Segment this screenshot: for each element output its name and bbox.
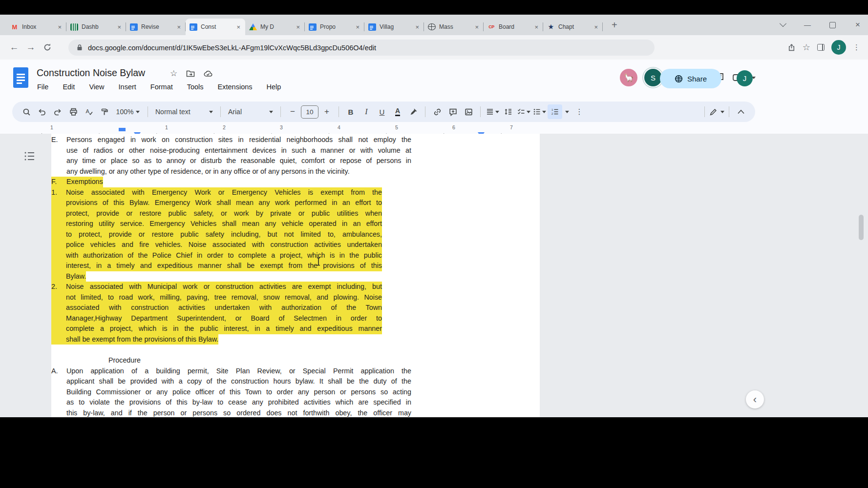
font-size-input[interactable]: 10 [301, 105, 318, 119]
doc-line[interactable]: shall be exempt from the provisions of t… [66, 334, 218, 345]
tab-close-icon[interactable]: × [355, 24, 360, 30]
undo-icon[interactable] [35, 104, 49, 119]
doc-line[interactable]: restoring utility service. Emergency Veh… [66, 219, 382, 229]
menu-item[interactable]: Insert [117, 82, 138, 92]
redo-icon[interactable] [50, 104, 65, 119]
star-document-icon[interactable]: ☆ [170, 68, 177, 79]
menu-item[interactable]: File [36, 82, 50, 92]
document-status-cloud-icon[interactable] [204, 70, 213, 77]
tab-search-icon[interactable] [780, 20, 786, 27]
print-icon[interactable] [66, 104, 81, 119]
browser-tab[interactable]: Propo × [305, 19, 364, 35]
tab-close-icon[interactable]: × [176, 24, 182, 30]
checklist-icon[interactable] [516, 104, 531, 119]
paragraph-e[interactable]: E. Persons engaged in work on constructi… [51, 135, 411, 177]
menu-item[interactable]: Extensions [216, 82, 254, 92]
bulleted-list-icon[interactable] [532, 104, 547, 119]
insert-image-icon[interactable] [461, 104, 476, 119]
share-page-icon[interactable] [787, 43, 796, 52]
docs-profile-avatar[interactable]: J [737, 70, 753, 86]
menu-item[interactable]: Format [149, 82, 174, 92]
reload-button[interactable] [39, 39, 56, 56]
paint-format-icon[interactable] [97, 104, 112, 119]
browser-tab[interactable]: Mass × [424, 19, 484, 35]
doc-line[interactable]: with authorization of the Police Chief i… [66, 250, 382, 261]
paragraph-item-1[interactable]: 1. Noise associated with Emergency Work … [51, 187, 382, 282]
overlay-back-button[interactable]: ‹ [746, 390, 764, 408]
align-icon[interactable] [485, 104, 500, 119]
line-spacing-icon[interactable] [501, 104, 515, 119]
decrease-font-size-button[interactable]: − [285, 104, 300, 119]
zoom-select[interactable]: 100% [113, 104, 143, 119]
doc-line[interactable]: to protect, provide or restore public sa… [66, 229, 382, 240]
increase-font-size-button[interactable]: + [319, 104, 334, 119]
doc-line[interactable]: this by-law, and if the person or person… [66, 408, 411, 419]
spell-check-icon[interactable]: A [82, 104, 96, 119]
browser-profile-avatar[interactable]: J [831, 40, 846, 55]
add-comment-icon[interactable] [445, 104, 460, 119]
maximize-button[interactable] [829, 22, 836, 28]
collaborator-avatar-s[interactable]: S [644, 69, 662, 86]
doc-line[interactable]: any time or place so as to annoy or dist… [66, 156, 411, 166]
doc-line[interactable]: Upon application of a building permit, S… [66, 366, 411, 377]
forward-button[interactable]: → [22, 39, 39, 56]
tab-close-icon[interactable]: × [593, 24, 599, 30]
doc-line[interactable]: complete a project, which is in the publ… [66, 324, 382, 334]
procedure-heading[interactable]: Procedure [108, 355, 141, 366]
browser-tab[interactable]: Dashb × [66, 19, 126, 35]
browser-tab[interactable]: Revise × [126, 19, 186, 35]
doc-line[interactable]: Noise associated with Emergency Work or … [66, 187, 382, 198]
browser-tab[interactable]: My D × [245, 19, 305, 35]
document-page[interactable]: E. Persons engaged in work on constructi… [51, 134, 540, 417]
styles-select[interactable]: Normal text [152, 104, 216, 119]
bold-button[interactable]: B [343, 104, 358, 119]
tab-close-icon[interactable]: × [57, 24, 63, 30]
tab-close-icon[interactable]: × [414, 24, 420, 30]
tab-close-icon[interactable]: × [474, 24, 480, 30]
insert-link-icon[interactable] [430, 104, 445, 119]
doc-line[interactable]: Persons engaged in work on construction … [66, 135, 411, 145]
doc-line[interactable]: not limited, to road work, milling, pavi… [66, 292, 382, 303]
doc-line[interactable]: protect, provide or restore public safet… [66, 208, 382, 219]
tab-close-icon[interactable]: × [533, 24, 539, 30]
minimize-button[interactable]: — [804, 21, 811, 28]
search-menus-icon[interactable] [19, 104, 34, 119]
editing-mode-icon[interactable] [709, 104, 724, 119]
menu-item[interactable]: Edit [61, 82, 76, 92]
bookmark-icon[interactable]: ☆ [803, 42, 810, 53]
menu-item[interactable]: Tools [186, 82, 205, 92]
side-panel-icon[interactable] [817, 44, 825, 51]
menu-item[interactable]: Help [265, 82, 283, 92]
underline-button[interactable]: U [375, 104, 389, 119]
window-close-button[interactable]: × [854, 21, 861, 28]
docs-logo[interactable] [13, 67, 28, 88]
doc-line[interactable]: Exemptions [66, 177, 103, 187]
show-document-outline-icon[interactable] [23, 150, 36, 162]
tab-close-icon[interactable]: × [295, 24, 301, 30]
doc-line[interactable]: applicant shall be provided with a copy … [66, 376, 411, 387]
text-color-button[interactable]: A [395, 107, 400, 116]
font-select[interactable]: Arial [225, 104, 276, 119]
paragraph-item-2[interactable]: 2. Noise associated with Municipal work … [51, 282, 382, 345]
browser-menu-icon[interactable]: ⋮ [853, 43, 860, 52]
document-title[interactable]: Construction Noise Bylaw [37, 67, 145, 79]
highlight-color-icon[interactable] [406, 104, 421, 119]
new-tab-button[interactable]: + [609, 17, 620, 33]
doc-line[interactable]: Noise associated with Municipal work or … [66, 282, 382, 292]
numbered-list-dropdown-icon[interactable] [565, 111, 569, 113]
doc-line[interactable]: any dwelling, or any other type of resid… [66, 166, 350, 177]
doc-line[interactable]: police vehicles and fire vehicles. Noise… [66, 240, 382, 250]
numbered-list-icon[interactable]: 12 [548, 104, 562, 119]
vertical-scrollbar[interactable] [859, 215, 864, 240]
doc-line[interactable]: as to violate the provisions of this by-… [66, 397, 411, 408]
italic-button[interactable]: I [359, 104, 374, 119]
doc-line[interactable]: Bylaw. [66, 271, 86, 282]
tab-close-icon[interactable]: × [116, 24, 122, 30]
paragraph-f-exemptions[interactable]: F. Exemptions [51, 177, 411, 187]
doc-line[interactable]: Manager,Highway Department Superintenden… [66, 313, 382, 324]
first-line-indent-marker[interactable] [119, 128, 126, 131]
menu-item[interactable]: View [87, 82, 106, 92]
doc-line[interactable]: interest, in a timely and expeditious ma… [66, 261, 382, 271]
more-options-icon[interactable]: ⋮ [572, 104, 587, 119]
browser-tab[interactable]: Inbox × [7, 19, 66, 35]
